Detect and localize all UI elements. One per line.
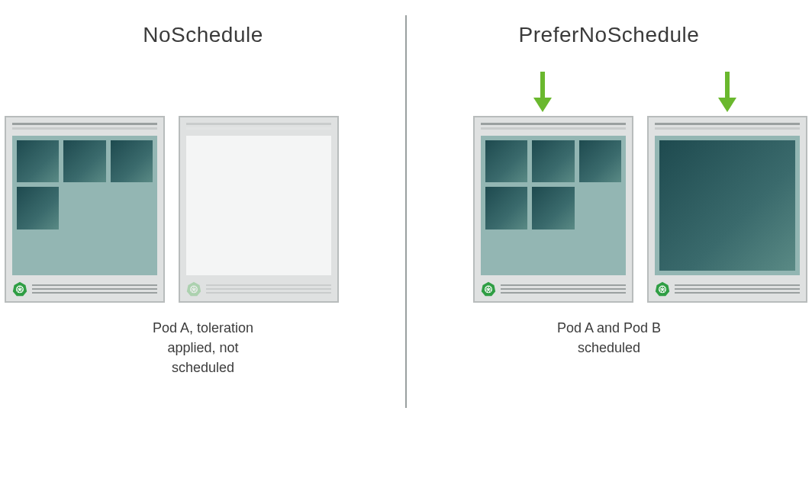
kubernetes-icon — [12, 281, 27, 297]
node-footer — [649, 281, 806, 301]
footer-lines — [32, 284, 157, 294]
node-topline — [481, 127, 626, 130]
node-topline — [12, 127, 157, 130]
arrow-down-icon — [716, 70, 739, 112]
node-topline — [12, 123, 157, 125]
footer-line — [675, 284, 800, 286]
footer-text-right: Pod A and Pod B scheduled — [437, 318, 781, 358]
node-right-2 — [647, 116, 807, 303]
svg-marker-21 — [718, 98, 736, 112]
footer-text-left: Pod A, toleration applied, not scheduled — [31, 318, 375, 377]
node-topline — [186, 123, 331, 125]
footer-left: Pod A, toleration applied, not scheduled — [0, 318, 406, 377]
arrow-down-icon — [531, 70, 554, 112]
node-right-1 — [473, 116, 633, 303]
node-topline — [655, 123, 800, 125]
pod — [63, 140, 105, 182]
footer-line — [206, 284, 331, 286]
node-footer — [6, 281, 163, 301]
pod — [532, 140, 574, 182]
header-left: NoSchedule — [0, 23, 406, 47]
panels-row — [0, 70, 812, 303]
node-topline — [481, 123, 626, 125]
footer-line — [675, 292, 800, 294]
pod — [485, 187, 527, 229]
node-footer — [180, 281, 337, 301]
footer-line — [501, 292, 626, 294]
footer-line — [206, 292, 331, 294]
heading-prefernoschedule: PreferNoSchedule — [406, 23, 812, 47]
node-topline — [186, 127, 331, 130]
pod — [17, 187, 59, 229]
heading-noschedule: NoSchedule — [0, 23, 406, 47]
pod — [485, 140, 527, 182]
footer-lines — [501, 284, 626, 294]
footer-line — [501, 288, 626, 290]
pod-grid — [485, 140, 621, 230]
footer-line — [32, 292, 157, 294]
cluster-area — [481, 136, 626, 275]
node-topline — [655, 127, 800, 130]
node-footer — [475, 281, 632, 301]
pod — [111, 140, 153, 182]
pod — [17, 140, 59, 182]
footer-line — [501, 284, 626, 286]
footer-line — [206, 288, 331, 290]
node-left-1 — [5, 116, 165, 303]
node-left-2 — [179, 116, 339, 303]
panels-right — [406, 70, 812, 303]
pod — [532, 187, 574, 229]
footer-line — [675, 288, 800, 290]
pod-grid — [17, 140, 153, 230]
cluster-area — [655, 136, 800, 275]
header-right: PreferNoSchedule — [406, 23, 812, 47]
pod-large — [659, 140, 795, 271]
footer-lines — [675, 284, 800, 294]
kubernetes-icon — [655, 281, 670, 297]
footer-lines — [206, 284, 331, 294]
footer-line — [32, 288, 157, 290]
footer-line — [32, 284, 157, 286]
cluster-area — [12, 136, 157, 275]
footer-right: Pod A and Pod B scheduled — [406, 318, 812, 377]
kubernetes-icon — [186, 281, 201, 297]
svg-marker-19 — [533, 98, 552, 112]
kubernetes-icon — [481, 281, 496, 297]
panels-left — [0, 70, 406, 303]
pod — [579, 140, 621, 182]
cluster-bg-empty — [186, 136, 331, 275]
cluster-area — [186, 136, 331, 275]
